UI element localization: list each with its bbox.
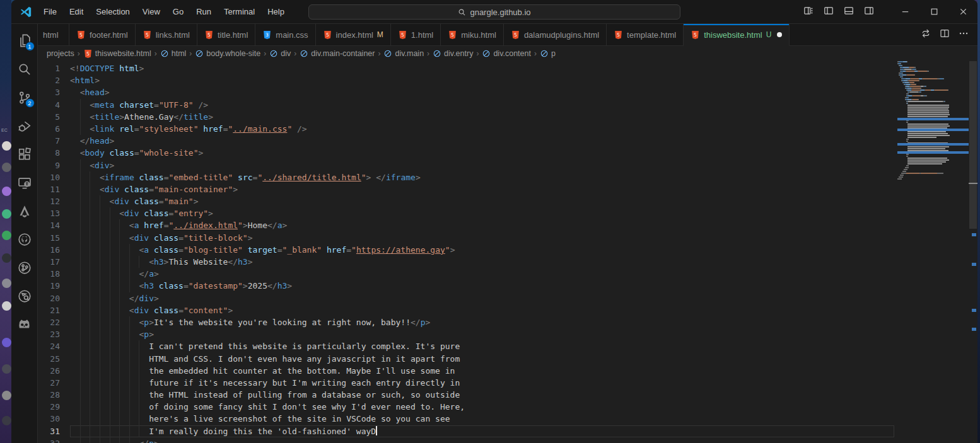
- toggle-panel-button[interactable]: [844, 6, 854, 18]
- breadcrumb-item-div.content[interactable]: div.content: [482, 49, 531, 58]
- code-line-content[interactable]: HTML and CSS. I don't even have any java…: [70, 353, 894, 365]
- code-line-content[interactable]: <head>: [70, 86, 894, 98]
- tab-1.html[interactable]: 51.html: [391, 24, 441, 45]
- code-line-content[interactable]: </head>: [70, 135, 894, 147]
- line-number-31: 31: [38, 425, 60, 437]
- tab-title.html[interactable]: 5title.html: [197, 24, 255, 45]
- activity-run-debug[interactable]: [11, 112, 38, 140]
- symbol-icon: [195, 49, 204, 58]
- more-actions-button[interactable]: [959, 28, 969, 41]
- tab-miku.html[interactable]: 5miku.html: [441, 24, 504, 45]
- toggle-secondary-sidebar-button[interactable]: [864, 6, 874, 18]
- code-line-content[interactable]: <div class="title-block">: [70, 232, 894, 244]
- menu-help[interactable]: Help: [262, 4, 290, 19]
- code-line-18: 18</a>: [38, 268, 977, 280]
- code-line-content[interactable]: <html>: [70, 74, 894, 86]
- maximize-button[interactable]: [919, 0, 948, 24]
- tab-html[interactable]: html: [38, 24, 69, 45]
- code-line-content[interactable]: </a>: [70, 268, 894, 280]
- activity-extensions[interactable]: [11, 140, 38, 168]
- tab-links.html[interactable]: 5links.html: [136, 24, 197, 45]
- code-area[interactable]: 1<!DOCTYPE html>2<html>3<head>4<meta cha…: [38, 61, 977, 443]
- activity-gitlens[interactable]: [11, 253, 38, 282]
- search-icon: [458, 8, 466, 16]
- scrollbar-thumb[interactable]: [969, 61, 977, 229]
- breadcrumb-item-thiswebsite.html[interactable]: 5thiswebsite.html: [83, 49, 151, 59]
- open-changes-button[interactable]: [921, 28, 931, 41]
- code-line-content[interactable]: <title>Athene.Gay</title>: [70, 111, 894, 123]
- breadcrumb-item-div[interactable]: div: [269, 49, 291, 58]
- minimize-button[interactable]: [890, 0, 919, 24]
- activity-astro[interactable]: [11, 197, 38, 225]
- breadcrumb-item-div.main[interactable]: div.main: [383, 49, 424, 58]
- code-line-content[interactable]: </p>: [70, 437, 894, 443]
- activity-godot-tools[interactable]: [11, 310, 38, 338]
- split-editor-button[interactable]: [940, 28, 950, 41]
- code-line-content[interactable]: of doing some fancy shit I don't see why…: [70, 401, 894, 413]
- code-line-content[interactable]: <body class="whole-site">: [70, 147, 894, 159]
- customize-layout-button[interactable]: [803, 6, 814, 18]
- code-line-content[interactable]: </div>: [70, 292, 894, 304]
- menu-bar: FileEditSelectionViewGoRunTerminalHelp: [38, 4, 290, 19]
- code-line-content[interactable]: <div class="entry">: [70, 207, 894, 219]
- code-line-content[interactable]: <p>It's the website you're looking at ri…: [70, 316, 894, 328]
- activity-source-control[interactable]: 2: [11, 83, 38, 112]
- menu-run[interactable]: Run: [190, 4, 217, 19]
- screen: { "titlebar": { "menus": ["File","Edit",…: [0, 0, 980, 443]
- code-line-content[interactable]: I'm really doing this the 'old-fashioned…: [70, 425, 894, 437]
- code-line-content[interactable]: I can't pretend this website is particul…: [70, 340, 894, 352]
- breadcrumb-item-projects[interactable]: projects: [47, 49, 74, 58]
- tab-template.html[interactable]: 5template.html: [607, 24, 684, 45]
- breadcrumb-item-div.entry[interactable]: div.entry: [433, 49, 473, 58]
- code-line-content[interactable]: <!DOCTYPE html>: [70, 62, 894, 74]
- code-line-content[interactable]: <h3 class="datestamp">2025</h3>: [70, 280, 894, 292]
- code-line-content[interactable]: <h3>This Website</h3>: [70, 256, 894, 268]
- code-line-content[interactable]: the HTML instead of pulling from a datab…: [70, 389, 894, 401]
- breadcrumb-item-div.main-container[interactable]: div.main-container: [300, 49, 375, 58]
- activity-explorer[interactable]: 1: [11, 26, 38, 55]
- toggle-primary-sidebar-button[interactable]: [824, 6, 834, 18]
- scrollbar[interactable]: [969, 61, 977, 443]
- close-button[interactable]: [948, 0, 977, 24]
- menu-terminal[interactable]: Terminal: [218, 4, 260, 19]
- code-line-content[interactable]: <div>: [70, 159, 894, 171]
- tab-thiswebsite.html[interactable]: 5thiswebsite.htmlU: [684, 24, 790, 46]
- line-number-25: 25: [38, 353, 60, 365]
- desktop-edge-left: EC: [0, 0, 11, 443]
- tab-dalamudplugins.html[interactable]: 5dalamudplugins.html: [504, 24, 607, 45]
- code-line-content[interactable]: <a class="blog-title" target="_blank" hr…: [70, 244, 894, 256]
- menu-go[interactable]: Go: [167, 4, 189, 19]
- code-line-content[interactable]: <meta charset="UTF-8" />: [70, 99, 894, 111]
- code-line-content[interactable]: <div class="content">: [70, 304, 894, 316]
- code-line-content[interactable]: <div class="main">: [70, 195, 894, 207]
- menu-edit[interactable]: Edit: [64, 4, 89, 19]
- code-line-content[interactable]: <iframe class="embed-title" src="../shar…: [70, 171, 894, 183]
- breadcrumb-item-p[interactable]: p: [540, 49, 556, 58]
- code-line-content[interactable]: here's a live screenshot of the site in …: [70, 413, 894, 425]
- activity-github[interactable]: [11, 225, 38, 253]
- menu-selection[interactable]: Selection: [90, 4, 135, 19]
- breadcrumb-item-body.whole-site[interactable]: body.whole-site: [195, 49, 260, 58]
- code-line-content[interactable]: <p>: [70, 328, 894, 340]
- code-line-content[interactable]: the embedded hit counter at the bottom. …: [70, 365, 894, 377]
- menu-view[interactable]: View: [137, 4, 166, 19]
- tab-index.html[interactable]: 5index.htmlM: [316, 24, 391, 45]
- code-line-content[interactable]: <link rel="stylesheet" href="../main.css…: [70, 123, 894, 135]
- tab-main.css[interactable]: 3main.css: [255, 24, 315, 45]
- activity-remote-explorer[interactable]: [11, 168, 38, 197]
- code-line-content[interactable]: <div class="main-container">: [70, 183, 894, 195]
- line-number-29: 29: [38, 401, 60, 413]
- menu-file[interactable]: File: [38, 4, 62, 19]
- toggle-panel-icon: [844, 6, 854, 16]
- activity-search[interactable]: [11, 55, 38, 83]
- symbol-icon: [300, 49, 308, 58]
- tab-footer.html[interactable]: 5footer.html: [69, 24, 136, 45]
- minimap[interactable]: [897, 61, 969, 443]
- code-line-content[interactable]: future if it's necessary but I'm writing…: [70, 377, 894, 389]
- code-line-19: 19<h3 class="datestamp">2025</h3>: [38, 280, 977, 292]
- breadcrumb-item-html[interactable]: html: [160, 49, 187, 58]
- activity-gitlens-inspect[interactable]: [11, 282, 38, 310]
- code-line-content[interactable]: <a href="../index.html">Home</a>: [70, 219, 894, 231]
- line-number-14: 14: [38, 219, 60, 231]
- command-center[interactable]: gnargle.github.io: [308, 4, 680, 20]
